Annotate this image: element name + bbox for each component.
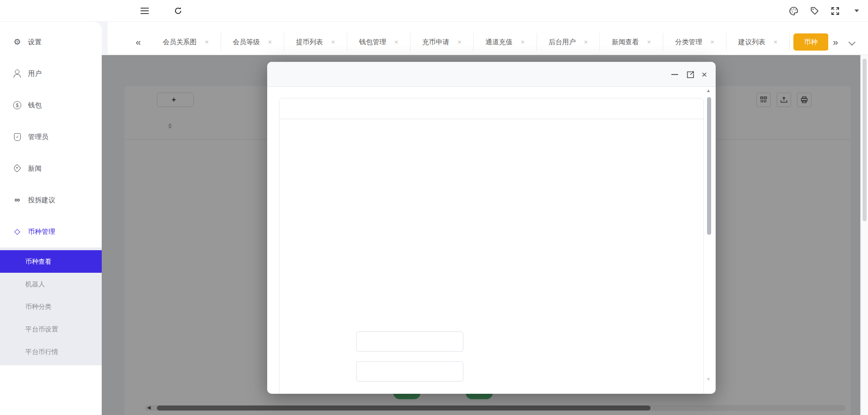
tabs-strip: 会员关系图 × 会员等级 × 提币列表 × 钱包管理 × [151, 33, 828, 51]
value-input[interactable] [356, 331, 463, 352]
sidebar: 设置 用户 钱包 管理员 新闻 [0, 22, 102, 415]
dialog-tabs [279, 98, 703, 119]
user-icon [13, 69, 22, 78]
value-row [267, 331, 716, 352]
shield-icon [13, 132, 22, 141]
close-icon[interactable]: × [458, 39, 462, 45]
top-header [0, 0, 868, 22]
header-right-controls [789, 0, 859, 22]
edit-coin-dialog: × ▲ ▼ [267, 62, 716, 394]
caret-down-icon [854, 9, 859, 12]
sidebar-item[interactable]: 币种管理 [0, 216, 102, 247]
tag-icon[interactable] [810, 6, 819, 15]
diamond-icon [13, 227, 22, 236]
page-tab[interactable]: 通道充值 × [474, 33, 537, 51]
page-tab[interactable]: 币种 × [793, 33, 828, 51]
close-icon[interactable]: × [774, 39, 778, 45]
category-row [267, 293, 716, 313]
page-tab[interactable]: 提币列表 × [284, 33, 348, 51]
page-scrollbar[interactable] [861, 55, 868, 415]
close-icon[interactable]: × [699, 70, 709, 79]
page-tab[interactable]: 充币申请 × [410, 33, 474, 51]
tabs-scroll-right-icon[interactable]: » [833, 34, 838, 50]
scroll-up-icon[interactable]: ▲ [706, 88, 711, 93]
collapse-menu-icon[interactable] [138, 0, 151, 22]
close-icon[interactable]: × [647, 39, 651, 45]
infinity-icon [13, 196, 22, 205]
field-label [299, 293, 349, 313]
exchange-admin-page: « 会员关系图 × 会员等级 × 提币列表 × 钱包管理 [0, 0, 868, 415]
refresh-icon[interactable] [172, 0, 184, 22]
close-icon[interactable]: × [521, 39, 525, 45]
tabs-scroll-left-icon[interactable]: « [136, 34, 141, 50]
close-icon[interactable]: × [710, 39, 714, 45]
wallet-icon [13, 101, 22, 110]
sidebar-item[interactable]: 用户 [0, 58, 102, 89]
scroll-down-icon[interactable]: ▼ [706, 377, 711, 382]
sidebar-main-menu: 设置 用户 钱包 管理员 新闻 [0, 22, 102, 247]
sidebar-subitem[interactable]: 平台币行情 [0, 340, 102, 363]
cny-ratio-input[interactable] [356, 361, 463, 382]
page-tab[interactable]: 钱包管理 × [347, 33, 410, 51]
sidebar-item[interactable]: 设置 [0, 26, 102, 58]
sidebar-subitem[interactable]: 币种查看 [0, 250, 102, 273]
sidebar-subitem[interactable]: 机器人 [0, 273, 102, 295]
sidebar-item[interactable]: 新闻 [0, 153, 102, 184]
sidebar-submenu-coin-management: 币种查看 机器人 币种分类 平台币设置 平台币行情 [0, 247, 102, 365]
cny-ratio-row [267, 361, 716, 382]
user-menu[interactable] [851, 9, 859, 12]
page-tab[interactable]: 分类管理 × [663, 33, 726, 51]
page-tab[interactable]: 后台用户 × [537, 33, 600, 51]
page-tab[interactable]: 会员等级 × [221, 33, 284, 51]
minimize-icon[interactable] [670, 70, 679, 79]
maximize-icon[interactable] [685, 70, 695, 79]
page-tab[interactable]: 建议列表 × [726, 33, 790, 51]
fullscreen-icon[interactable] [831, 7, 840, 15]
dialog-header: × [267, 62, 716, 87]
page-tabs-bar: « 会员关系图 × 会员等级 × 提币列表 × 钱包管理 [108, 22, 868, 55]
close-icon[interactable]: × [394, 39, 398, 45]
page-scrollbar-thumb[interactable] [863, 59, 867, 221]
close-icon[interactable]: × [205, 39, 209, 45]
page-tab[interactable]: 会员关系图 × [151, 33, 221, 51]
sidebar-subitem[interactable]: 币种分类 [0, 295, 102, 318]
sidebar-item[interactable]: 投拆建议 [0, 184, 102, 216]
palette-icon[interactable] [789, 6, 798, 16]
gear-icon [13, 37, 22, 47]
sidebar-item[interactable]: 管理员 [0, 121, 102, 153]
close-icon[interactable]: × [584, 39, 588, 45]
tag-icon [13, 164, 22, 173]
page-tab[interactable]: 新闻查看 × [600, 33, 663, 51]
sidebar-item[interactable]: 钱包 [0, 89, 102, 121]
tabs-chevron-down-icon[interactable] [849, 39, 856, 46]
close-icon[interactable]: × [331, 39, 335, 45]
dialog-scrollbar-thumb[interactable] [707, 97, 711, 235]
sidebar-subitem[interactable]: 平台币设置 [0, 318, 102, 340]
close-icon[interactable]: × [268, 39, 272, 45]
